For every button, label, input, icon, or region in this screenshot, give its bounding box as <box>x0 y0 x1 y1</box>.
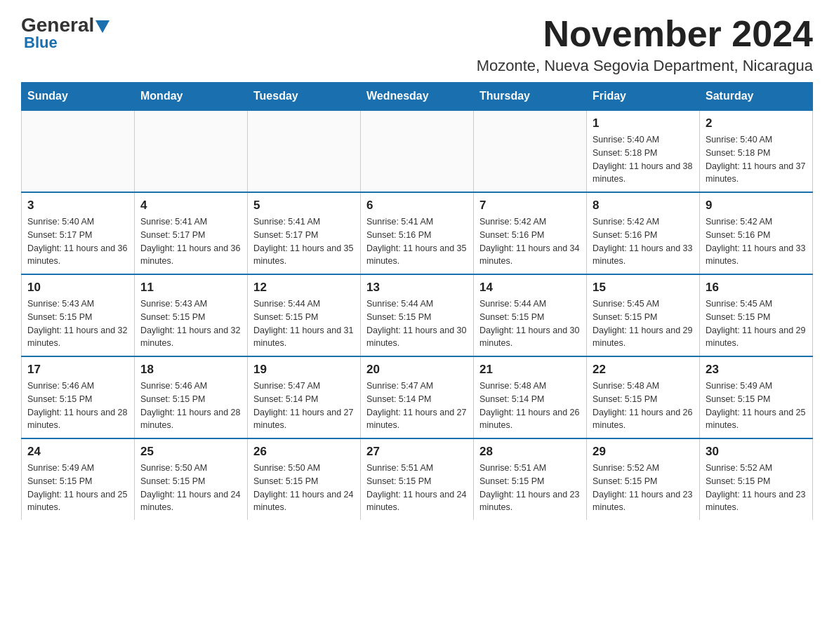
table-row: 6Sunrise: 5:41 AMSunset: 5:16 PMDaylight… <box>361 192 474 274</box>
day-number: 20 <box>366 363 468 377</box>
day-info: Sunrise: 5:42 AMSunset: 5:16 PMDaylight:… <box>479 215 581 268</box>
col-saturday: Saturday <box>700 83 813 111</box>
table-row: 10Sunrise: 5:43 AMSunset: 5:15 PMDayligh… <box>22 274 135 356</box>
day-number: 26 <box>253 445 355 459</box>
table-row: 13Sunrise: 5:44 AMSunset: 5:15 PMDayligh… <box>361 274 474 356</box>
day-info: Sunrise: 5:48 AMSunset: 5:14 PMDaylight:… <box>479 380 581 432</box>
calendar-week-5: 24Sunrise: 5:49 AMSunset: 5:15 PMDayligh… <box>22 438 813 520</box>
col-thursday: Thursday <box>474 83 587 111</box>
day-number: 29 <box>593 445 694 459</box>
day-number: 4 <box>140 199 241 213</box>
calendar-week-2: 3Sunrise: 5:40 AMSunset: 5:17 PMDaylight… <box>22 192 813 274</box>
day-info: Sunrise: 5:47 AMSunset: 5:14 PMDaylight:… <box>366 380 468 432</box>
day-number: 25 <box>140 445 241 459</box>
col-friday: Friday <box>587 83 700 111</box>
table-row: 16Sunrise: 5:45 AMSunset: 5:15 PMDayligh… <box>700 274 813 356</box>
table-row: 18Sunrise: 5:46 AMSunset: 5:15 PMDayligh… <box>135 356 248 438</box>
day-number: 10 <box>27 281 128 295</box>
day-info: Sunrise: 5:46 AMSunset: 5:15 PMDaylight:… <box>140 380 241 432</box>
table-row: 26Sunrise: 5:50 AMSunset: 5:15 PMDayligh… <box>248 438 361 520</box>
table-row: 21Sunrise: 5:48 AMSunset: 5:14 PMDayligh… <box>474 356 587 438</box>
table-row: 19Sunrise: 5:47 AMSunset: 5:14 PMDayligh… <box>248 356 361 438</box>
day-info: Sunrise: 5:50 AMSunset: 5:15 PMDaylight:… <box>140 462 241 514</box>
day-number: 13 <box>366 281 468 295</box>
logo-blue-text: Blue <box>24 34 58 52</box>
day-info: Sunrise: 5:44 AMSunset: 5:15 PMDaylight:… <box>366 297 468 350</box>
day-info: Sunrise: 5:49 AMSunset: 5:15 PMDaylight:… <box>706 380 807 432</box>
day-number: 16 <box>706 281 807 295</box>
table-row: 1Sunrise: 5:40 AMSunset: 5:18 PMDaylight… <box>587 110 700 192</box>
day-info: Sunrise: 5:40 AMSunset: 5:18 PMDaylight:… <box>706 133 807 186</box>
day-info: Sunrise: 5:40 AMSunset: 5:17 PMDaylight:… <box>27 215 128 268</box>
day-info: Sunrise: 5:48 AMSunset: 5:15 PMDaylight:… <box>593 380 694 432</box>
day-info: Sunrise: 5:49 AMSunset: 5:15 PMDaylight:… <box>27 462 128 514</box>
day-info: Sunrise: 5:42 AMSunset: 5:16 PMDaylight:… <box>706 215 807 268</box>
day-info: Sunrise: 5:41 AMSunset: 5:16 PMDaylight:… <box>366 215 468 268</box>
day-info: Sunrise: 5:44 AMSunset: 5:15 PMDaylight:… <box>253 297 355 350</box>
table-row: 27Sunrise: 5:51 AMSunset: 5:15 PMDayligh… <box>361 438 474 520</box>
day-number: 21 <box>479 363 581 377</box>
table-row: 9Sunrise: 5:42 AMSunset: 5:16 PMDaylight… <box>700 192 813 274</box>
calendar-body: 1Sunrise: 5:40 AMSunset: 5:18 PMDaylight… <box>22 110 813 520</box>
table-row: 30Sunrise: 5:52 AMSunset: 5:15 PMDayligh… <box>700 438 813 520</box>
day-number: 14 <box>479 281 581 295</box>
table-row: 7Sunrise: 5:42 AMSunset: 5:16 PMDaylight… <box>474 192 587 274</box>
day-number: 22 <box>593 363 694 377</box>
day-number: 2 <box>706 116 807 130</box>
table-row: 22Sunrise: 5:48 AMSunset: 5:15 PMDayligh… <box>587 356 700 438</box>
day-info: Sunrise: 5:45 AMSunset: 5:15 PMDaylight:… <box>706 297 807 350</box>
day-number: 19 <box>253 363 355 377</box>
table-row <box>248 110 361 192</box>
calendar-week-3: 10Sunrise: 5:43 AMSunset: 5:15 PMDayligh… <box>22 274 813 356</box>
table-row <box>135 110 248 192</box>
day-number: 6 <box>366 199 468 213</box>
page-header: General Blue November 2024 Mozonte, Nuev… <box>21 14 813 75</box>
location-title: Mozonte, Nueva Segovia Department, Nicar… <box>477 57 813 75</box>
day-number: 17 <box>27 363 128 377</box>
day-info: Sunrise: 5:50 AMSunset: 5:15 PMDaylight:… <box>253 462 355 514</box>
day-number: 7 <box>479 199 581 213</box>
day-info: Sunrise: 5:46 AMSunset: 5:15 PMDaylight:… <box>27 380 128 432</box>
day-number: 28 <box>479 445 581 459</box>
day-info: Sunrise: 5:52 AMSunset: 5:15 PMDaylight:… <box>593 462 694 514</box>
day-info: Sunrise: 5:40 AMSunset: 5:18 PMDaylight:… <box>593 133 694 186</box>
col-sunday: Sunday <box>22 83 135 111</box>
table-row: 15Sunrise: 5:45 AMSunset: 5:15 PMDayligh… <box>587 274 700 356</box>
logo-arrow-icon <box>95 20 110 33</box>
day-number: 15 <box>593 281 694 295</box>
table-row <box>22 110 135 192</box>
table-row: 12Sunrise: 5:44 AMSunset: 5:15 PMDayligh… <box>248 274 361 356</box>
table-row: 14Sunrise: 5:44 AMSunset: 5:15 PMDayligh… <box>474 274 587 356</box>
day-info: Sunrise: 5:51 AMSunset: 5:15 PMDaylight:… <box>479 462 581 514</box>
day-number: 8 <box>593 199 694 213</box>
col-tuesday: Tuesday <box>248 83 361 111</box>
day-info: Sunrise: 5:44 AMSunset: 5:15 PMDaylight:… <box>479 297 581 350</box>
col-wednesday: Wednesday <box>361 83 474 111</box>
table-row: 25Sunrise: 5:50 AMSunset: 5:15 PMDayligh… <box>135 438 248 520</box>
day-number: 24 <box>27 445 128 459</box>
table-row: 5Sunrise: 5:41 AMSunset: 5:17 PMDaylight… <box>248 192 361 274</box>
table-row: 8Sunrise: 5:42 AMSunset: 5:16 PMDaylight… <box>587 192 700 274</box>
table-row: 23Sunrise: 5:49 AMSunset: 5:15 PMDayligh… <box>700 356 813 438</box>
logo: General Blue <box>21 14 110 52</box>
day-number: 30 <box>706 445 807 459</box>
calendar-week-1: 1Sunrise: 5:40 AMSunset: 5:18 PMDaylight… <box>22 110 813 192</box>
month-title: November 2024 <box>477 14 813 54</box>
table-row: 29Sunrise: 5:52 AMSunset: 5:15 PMDayligh… <box>587 438 700 520</box>
calendar-week-4: 17Sunrise: 5:46 AMSunset: 5:15 PMDayligh… <box>22 356 813 438</box>
calendar-header-row: Sunday Monday Tuesday Wednesday Thursday… <box>22 83 813 111</box>
day-info: Sunrise: 5:42 AMSunset: 5:16 PMDaylight:… <box>593 215 694 268</box>
day-number: 1 <box>593 116 694 130</box>
day-info: Sunrise: 5:43 AMSunset: 5:15 PMDaylight:… <box>27 297 128 350</box>
day-number: 11 <box>140 281 241 295</box>
day-info: Sunrise: 5:41 AMSunset: 5:17 PMDaylight:… <box>140 215 241 268</box>
day-info: Sunrise: 5:51 AMSunset: 5:15 PMDaylight:… <box>366 462 468 514</box>
table-row: 24Sunrise: 5:49 AMSunset: 5:15 PMDayligh… <box>22 438 135 520</box>
day-number: 23 <box>706 363 807 377</box>
day-info: Sunrise: 5:52 AMSunset: 5:15 PMDaylight:… <box>706 462 807 514</box>
table-row: 28Sunrise: 5:51 AMSunset: 5:15 PMDayligh… <box>474 438 587 520</box>
day-number: 3 <box>27 199 128 213</box>
day-number: 27 <box>366 445 468 459</box>
day-number: 9 <box>706 199 807 213</box>
day-info: Sunrise: 5:45 AMSunset: 5:15 PMDaylight:… <box>593 297 694 350</box>
